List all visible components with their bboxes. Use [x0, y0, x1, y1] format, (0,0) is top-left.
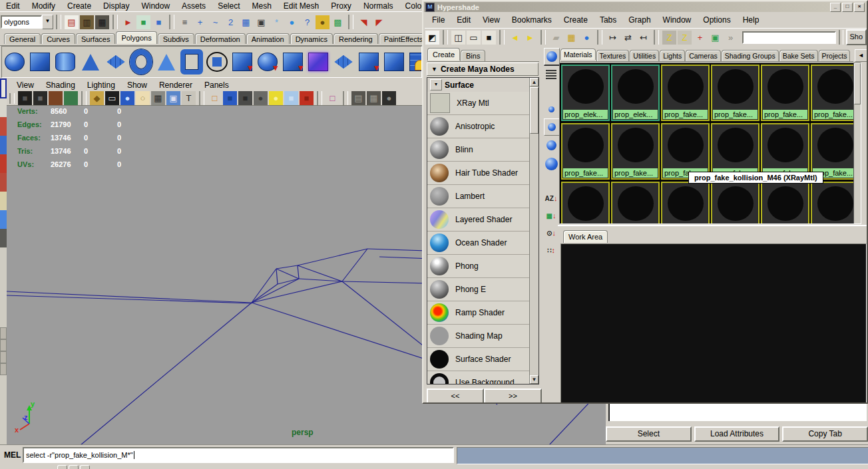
- shelf-tab-animation[interactable]: Animation: [246, 33, 290, 44]
- hypershade-menu-file[interactable]: File: [426, 15, 451, 25]
- snap-view-plane-icon[interactable]: ▦: [239, 15, 253, 29]
- open-scene-icon[interactable]: ▥: [80, 15, 94, 29]
- back-arrow-icon[interactable]: ◄: [508, 31, 522, 45]
- smooth-icon[interactable]: ▾: [256, 49, 279, 75]
- save-scene-icon[interactable]: ▦: [95, 15, 109, 29]
- list-view-icon[interactable]: [544, 67, 558, 82]
- maya-menu-window[interactable]: Window: [135, 1, 176, 11]
- default-light-icon[interactable]: ■: [284, 91, 298, 105]
- toolbar-filter-input[interactable]: [742, 31, 836, 44]
- rearrange-graph-icon[interactable]: »: [724, 31, 738, 45]
- node-item-blinn[interactable]: Blinn: [427, 138, 530, 162]
- material-swatch-7[interactable]: prop_fake...: [561, 123, 610, 180]
- node-item-ocean-shader[interactable]: Ocean Shader: [427, 232, 530, 255]
- show-inputs-icon[interactable]: ↦: [606, 31, 620, 45]
- panel-layout-2-icon[interactable]: ▦: [367, 91, 381, 105]
- shelf-tab-general[interactable]: General: [4, 33, 41, 44]
- material-swatch-15[interactable]: [661, 182, 710, 224]
- grid-display-icon[interactable]: ◆: [90, 91, 104, 105]
- shelf-tab-painteffects[interactable]: PaintEffects: [379, 33, 422, 44]
- maya-menu-mesh[interactable]: Mesh: [246, 1, 277, 11]
- snap-point-icon[interactable]: 2: [224, 15, 238, 29]
- poly-sphere-icon[interactable]: [3, 49, 26, 75]
- combine-icon[interactable]: ▾: [282, 49, 304, 75]
- panel-menu-shading[interactable]: Shading: [40, 80, 81, 90]
- render-current-frame-icon[interactable]: ●: [285, 15, 299, 29]
- material-swatch-17[interactable]: [761, 182, 809, 224]
- make-live-icon[interactable]: ▣: [254, 15, 268, 29]
- hypershade-menu-window[interactable]: Window: [657, 15, 698, 25]
- swatch-size-medium-icon[interactable]: [544, 118, 560, 136]
- image-plane-icon[interactable]: [64, 91, 78, 105]
- shaded-mode-icon[interactable]: ■: [223, 91, 237, 105]
- tab-scroll-left-button[interactable]: ◄: [855, 49, 867, 62]
- select-object-icon[interactable]: ■: [136, 15, 150, 29]
- layout-top-bottom-icon[interactable]: ◫: [451, 31, 465, 45]
- select-camera-icon[interactable]: ■: [18, 91, 32, 105]
- swatch-size-small-icon[interactable]: [544, 101, 558, 117]
- layout-bottom-only-icon[interactable]: ▭: [467, 31, 481, 45]
- scrollbar-thumb[interactable]: [854, 63, 861, 104]
- hypershade-menu-view[interactable]: View: [477, 15, 506, 25]
- shelf-tab-curves[interactable]: Curves: [41, 33, 75, 44]
- tab-create[interactable]: Create: [427, 48, 460, 61]
- sort-alphabetical-icon[interactable]: AZ↓: [544, 190, 558, 206]
- node-list-scrollbar[interactable]: ▲ ▼: [529, 78, 539, 384]
- shelf-tab-rendering[interactable]: Rendering: [333, 33, 378, 44]
- lock-icon[interactable]: ●: [316, 15, 329, 29]
- poly-cone-icon[interactable]: [79, 49, 102, 75]
- copy-tab-button[interactable]: Copy Tab: [782, 426, 868, 442]
- material-swatch-1[interactable]: prop_elek...: [561, 65, 610, 121]
- shelf-tab-polygons[interactable]: Polygons: [116, 31, 156, 44]
- select-hierarchy-icon[interactable]: ►: [121, 15, 135, 29]
- panel-menu-panels[interactable]: Panels: [198, 80, 235, 90]
- poly-platonic-icon[interactable]: [206, 49, 228, 75]
- resolution-gate-icon[interactable]: ●: [120, 91, 134, 105]
- shelf-tab-subdivs[interactable]: Subdivs: [158, 33, 194, 44]
- selection-mask-icon[interactable]: ▩: [331, 15, 345, 29]
- highlight-mode-icon[interactable]: ≡: [178, 15, 192, 29]
- selection-mode-arrow-icon[interactable]: ▼: [42, 15, 53, 29]
- hypergraph-panel-icon[interactable]: ●: [382, 91, 396, 105]
- shelf-tab-deformation[interactable]: Deformation: [195, 33, 246, 44]
- maya-menu-select[interactable]: Select: [212, 1, 246, 11]
- shader-ball-icon[interactable]: ●: [580, 31, 594, 45]
- panel-menu-view[interactable]: View: [11, 80, 40, 90]
- poly-cube-icon[interactable]: [29, 49, 51, 75]
- select-button[interactable]: Select: [606, 426, 692, 442]
- material-swatch-6[interactable]: prop_fake...: [811, 65, 859, 121]
- snap-magnet-grid-icon[interactable]: ◥: [357, 15, 371, 29]
- field-chart-icon[interactable]: ▦: [151, 91, 165, 105]
- boolean-icon[interactable]: [307, 49, 329, 75]
- maya-menu-modify[interactable]: Modify: [26, 1, 61, 11]
- snap-magnet-curve-icon[interactable]: ◤: [372, 15, 386, 29]
- graph-down-upstream-icon[interactable]: Z: [662, 31, 676, 45]
- tab-shading-groups[interactable]: Shading Groups: [722, 50, 779, 61]
- texture-ball-icon[interactable]: ●: [254, 91, 268, 105]
- material-swatch-14[interactable]: [611, 182, 660, 224]
- bridge-icon[interactable]: [408, 49, 422, 75]
- minimize-button-icon[interactable]: _: [830, 3, 841, 12]
- create-maya-nodes-header[interactable]: ▼ Create Maya Nodes: [427, 63, 539, 76]
- scroll-up-icon[interactable]: ▲: [530, 78, 539, 86]
- material-swatch-16[interactable]: [711, 182, 760, 224]
- construction-history-icon[interactable]: *: [270, 15, 284, 29]
- layout-top-only-icon[interactable]: ■: [482, 31, 496, 45]
- maya-menu-create[interactable]: Create: [61, 1, 97, 11]
- sculpt-geometry-icon[interactable]: ▾: [231, 49, 254, 75]
- close-button-icon[interactable]: ×: [854, 3, 865, 12]
- range-slider-button[interactable]: [80, 465, 90, 469]
- poly-pipe-icon[interactable]: [180, 49, 203, 75]
- tab-cameras[interactable]: Cameras: [686, 50, 721, 61]
- panel-menu-show[interactable]: Show: [121, 80, 153, 90]
- hypershade-menu-tabs[interactable]: Tabs: [594, 15, 622, 25]
- isolate-select-icon[interactable]: □: [326, 91, 339, 105]
- maya-menu-proxy[interactable]: Proxy: [325, 1, 357, 11]
- swatch-size-large-icon[interactable]: [544, 137, 558, 153]
- panel-menu-lighting[interactable]: Lighting: [81, 80, 121, 90]
- graph-downstream-icon[interactable]: Z: [678, 31, 692, 45]
- panel-layout-1-icon[interactable]: ▤: [351, 91, 365, 105]
- swatch-display-toggle-icon[interactable]: ◩: [425, 31, 439, 45]
- sort-by-time-icon[interactable]: ⊙↓: [544, 225, 558, 241]
- node-item-anisotropic[interactable]: Anisotropic: [427, 115, 530, 138]
